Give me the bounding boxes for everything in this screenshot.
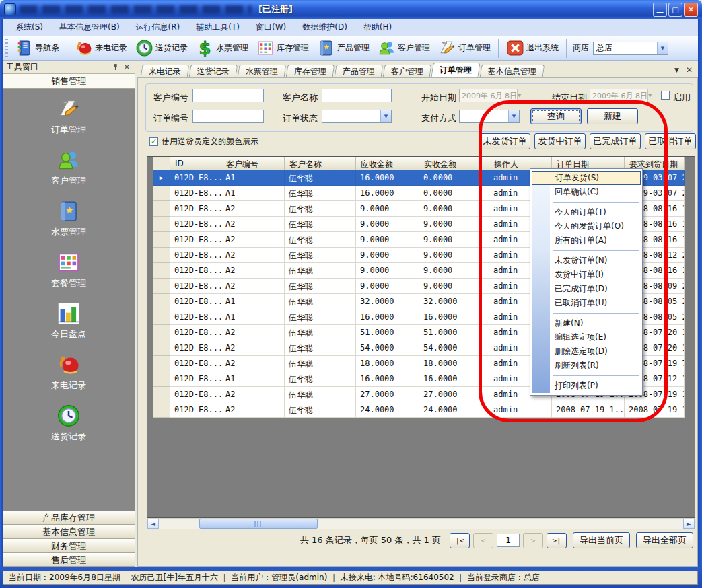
column-header-3[interactable]: 应收金额 [356,157,419,170]
column-header-2[interactable]: 客户名称 [285,157,356,170]
end-date-picker[interactable]: 2009年 6月 8日 ▼ [590,89,650,102]
context-menu-item-confirm-receipt[interactable]: 回单确认(C) [532,185,641,199]
tab-water-tickets[interactable]: 水票管理 [238,65,287,77]
context-menu-item-completed-orders[interactable]: 已完成订单(D) [532,282,641,296]
first-page-button[interactable]: |< [450,533,470,548]
row-selector-cell[interactable] [153,371,170,387]
table-row[interactable]: 012D-E8...A2伍华聪24.000024.0000admin2008-0… [153,402,685,418]
chevron-down-icon[interactable]: ▼ [508,110,519,122]
chevron-down-icon[interactable]: ▼ [657,42,668,54]
sidebar-section-basic-info[interactable]: 基本信息管理 [3,525,135,539]
toolbar-button-inventory[interactable]: 库存管理 [252,38,313,59]
context-menu-item-today-orders[interactable]: 今天的订单(T) [532,205,641,219]
start-date-picker[interactable]: 2009年 6月 8日 ▼ [459,89,520,102]
toolbar-button-incoming-calls[interactable]: 来电记录 [71,38,131,59]
customer-name-input[interactable] [322,89,392,102]
context-menu-item-all-orders[interactable]: 所有的订单(A) [532,233,641,248]
row-selector-cell[interactable]: ▶ [153,170,170,186]
scroll-left-icon[interactable]: ◄ [147,519,159,529]
row-selector-cell[interactable] [153,201,170,217]
toolbar-button-orders[interactable]: 订单管理 [434,38,495,59]
export-current-page-button[interactable]: 导出当前页 [573,532,630,548]
toolbar-button-navigator[interactable]: 导航条 [11,38,63,59]
column-header-4[interactable]: 实收金额 [419,157,489,170]
menu-runtime-info[interactable]: 运行信息(R) [129,19,188,36]
customer-no-input[interactable] [192,89,264,102]
tab-delivery-records[interactable]: 送货记录 [189,65,238,77]
scrollbar-track[interactable] [159,519,683,529]
menu-system[interactable]: 系统(S) [8,19,50,36]
sidebar-item-packages[interactable]: 套餐管理 [51,250,86,289]
context-menu-item-ship-order[interactable]: 订单发货(S) [532,171,641,185]
menu-tools[interactable]: 辅助工具(T) [188,19,247,36]
sidebar-item-orders[interactable]: 订单管理 [51,97,86,136]
row-selector-cell[interactable] [153,356,170,371]
maximize-button[interactable]: ▢ [668,3,682,17]
pay-method-combobox[interactable]: ▼ [459,110,520,123]
row-selector-cell[interactable] [153,387,170,402]
row-selector-cell[interactable] [153,402,170,418]
store-combobox[interactable]: 总店 ▼ [593,42,668,55]
tab-inventory[interactable]: 库存管理 [286,65,335,77]
page-number-input[interactable] [497,534,520,547]
context-menu-item-cancelled-orders[interactable]: 已取消订单(U) [532,296,641,310]
menu-basic-info[interactable]: 基本信息管理(B) [52,19,127,36]
row-selector-cell[interactable] [153,325,170,340]
toolbar-button-water-tickets[interactable]: $水票管理 [192,38,252,59]
tab-incoming-calls[interactable]: 来电记录 [141,65,190,77]
filter-button-completed[interactable]: 已完成订单 [590,133,641,149]
toolbar-button-delivery-records[interactable]: 送货记录 [131,38,192,59]
sidebar-section-finance[interactable]: 财务管理 [3,539,135,553]
toolbar-button-customers[interactable]: 客户管理 [374,38,434,59]
export-all-pages-button[interactable]: 导出全部页 [636,532,693,548]
sidebar-item-incoming-calls[interactable]: 来电记录 [51,353,86,392]
close-icon[interactable]: ✕ [686,65,693,75]
minimize-button[interactable]: — [653,3,667,17]
menu-data-maintenance[interactable]: 数据维护(D) [295,19,355,36]
order-no-input[interactable] [192,110,264,123]
context-menu-item-shipping-orders[interactable]: 发货中订单(I) [532,268,641,282]
sidebar-item-customers[interactable]: 客户管理 [51,148,86,187]
scrollbar-thumb[interactable] [199,519,318,529]
context-menu-item-print-list[interactable]: 打印列表(P) [532,379,641,393]
query-button[interactable]: 查询 [530,108,582,124]
enable-checkbox[interactable] [661,91,670,100]
toolbar-button-products[interactable]: 产品管理 [313,38,374,59]
toolbar-button-exit[interactable]: 退出系统 [502,38,563,59]
filter-button-unshipped[interactable]: 未发货订单 [479,133,530,149]
close-button[interactable]: ✕ [684,3,698,17]
row-selector-cell[interactable] [153,294,170,309]
chevron-down-icon[interactable]: ▼ [674,67,679,73]
last-page-button[interactable]: >| [547,533,567,548]
tab-customers[interactable]: 客户管理 [383,65,432,77]
horizontal-scrollbar[interactable]: ◄ ► [147,518,695,529]
context-menu-item-new[interactable]: 新建(N) [532,316,641,330]
row-selector-cell[interactable] [153,248,170,263]
sidebar-section-title[interactable]: 销售管理 [3,74,135,89]
context-menu-item-unshipped-orders[interactable]: 未发货订单(N) [532,254,641,268]
new-button[interactable]: 新建 [587,108,638,124]
chevron-down-icon[interactable]: ▼ [380,110,391,122]
order-status-combobox[interactable]: ▼ [322,110,392,123]
scroll-right-icon[interactable]: ► [683,519,695,529]
row-selector-cell[interactable] [153,186,170,201]
color-display-checkbox[interactable]: ✓ [149,137,158,146]
filter-button-shipping[interactable]: 发货中订单 [534,133,586,149]
tab-products[interactable]: 产品管理 [335,65,384,77]
toolbar-grip-icon[interactable] [5,39,8,58]
sidebar-item-water-tickets[interactable]: 水票管理 [51,199,86,238]
column-header-1[interactable]: 客户编号 [221,157,285,170]
context-menu-item-delete-selected[interactable]: 删除选定项(D) [532,344,641,359]
row-selector-cell[interactable] [153,309,170,325]
sidebar-section-product-inventory[interactable]: 产品库存管理 [3,511,135,525]
row-selector-cell[interactable] [153,263,170,279]
menu-window[interactable]: 窗口(W) [248,19,293,36]
row-selector-cell[interactable] [153,340,170,356]
pin-icon[interactable] [111,63,120,71]
tab-basic-info[interactable]: 基本信息管理 [480,65,545,77]
prev-page-button[interactable]: < [473,533,493,548]
column-header-0[interactable]: ID [170,157,221,170]
sidebar-item-delivery-records[interactable]: 送货记录 [51,404,86,443]
context-menu-item-edit-selected[interactable]: 编辑选定项(E) [532,330,641,344]
sidebar-item-today-stocktake[interactable]: 今日盘点 [51,301,86,340]
